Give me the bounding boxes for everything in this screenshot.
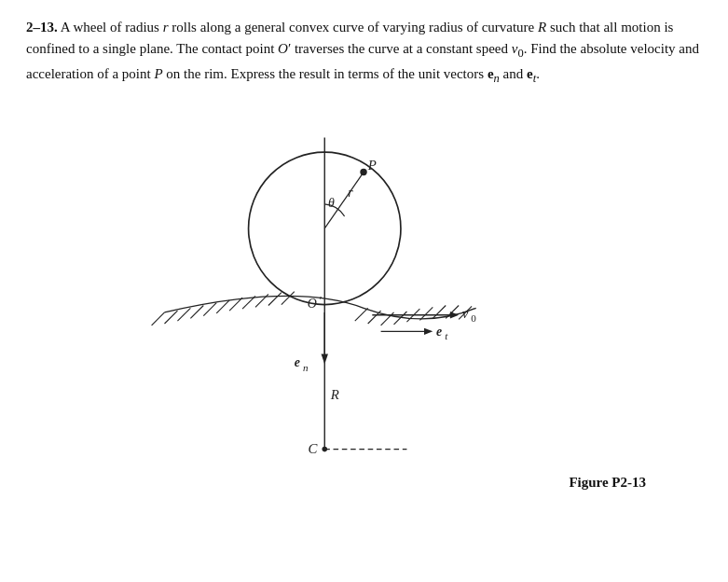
svg-line-9	[268, 293, 282, 306]
svg-text:O: O	[308, 297, 317, 311]
svg-line-11	[355, 308, 368, 321]
svg-marker-23	[450, 312, 459, 318]
svg-text:n: n	[303, 362, 309, 373]
problem-number: 2–13.	[26, 20, 58, 35]
svg-text:R: R	[330, 387, 339, 402]
svg-marker-27	[424, 328, 433, 335]
svg-text:e: e	[436, 325, 442, 339]
svg-text:θ: θ	[328, 196, 335, 210]
figure-area: v 0 e t e n O ′ P r θ	[26, 99, 702, 500]
svg-line-8	[255, 294, 268, 307]
page: 2–13. A wheel of radius r rolls along a …	[0, 0, 728, 582]
svg-marker-31	[322, 353, 328, 364]
figure-label: Figure P2-13	[569, 475, 646, 491]
svg-text:t: t	[445, 330, 448, 341]
svg-text:e: e	[295, 355, 300, 369]
svg-line-4	[203, 303, 216, 316]
diagram-svg: v 0 e t e n O ′ P r θ	[26, 99, 702, 500]
svg-text:r: r	[348, 186, 353, 200]
problem-text: 2–13. A wheel of radius r rolls along a …	[26, 17, 702, 88]
svg-text:P: P	[367, 158, 377, 173]
svg-line-12	[368, 311, 381, 324]
svg-line-1	[165, 311, 178, 324]
svg-text:0: 0	[471, 312, 476, 324]
svg-line-0	[152, 312, 165, 326]
svg-line-3	[190, 305, 203, 318]
svg-text:v: v	[462, 306, 469, 321]
svg-line-17	[433, 305, 446, 318]
svg-line-2	[177, 308, 190, 321]
svg-text:′: ′	[320, 294, 323, 307]
svg-text:C: C	[309, 441, 319, 456]
